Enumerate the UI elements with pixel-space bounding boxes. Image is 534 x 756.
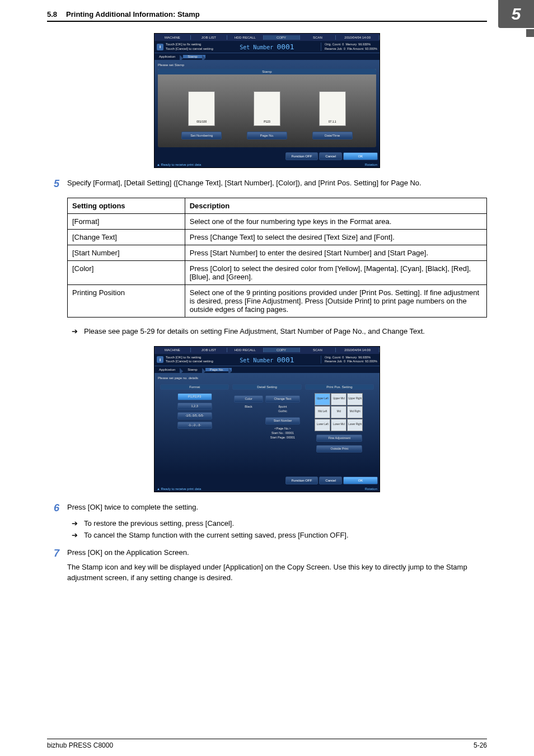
tab-copy[interactable]: COPY	[264, 35, 300, 40]
table-header-row: Setting options Description	[68, 198, 487, 214]
pos-lower-mid[interactable]: Lower Mid	[331, 419, 346, 431]
function-off-button[interactable]: Function OFF	[285, 152, 318, 160]
reserve-label: Reserve Job	[325, 47, 342, 50]
cancel-button[interactable]: Cancel	[319, 152, 342, 160]
setnum-label: Set Number	[240, 44, 273, 50]
step-6-sub2: To cancel the Stamp function with the cu…	[84, 530, 349, 541]
info-line1: Touch [OK] to fix setting	[166, 43, 213, 46]
info-icon: i	[157, 356, 163, 363]
file-value: 93.000%	[365, 47, 377, 50]
file-label: File Amount	[347, 47, 363, 50]
memory-value: 96.930%	[358, 43, 371, 46]
table-row: [Color]Press [Color] to select the desir…	[68, 261, 487, 285]
memory-label: Memory	[345, 43, 357, 46]
orig-count-label: Orig. Count	[325, 43, 340, 46]
status-text: ▲ Ready to receive print data	[157, 163, 201, 166]
arrow-icon: ➔	[72, 326, 84, 337]
tab-hddrecall[interactable]: HDD RECALL	[227, 348, 264, 352]
pos-lower-right[interactable]: Lower Right	[347, 419, 363, 431]
section-number: 5.8	[47, 10, 57, 18]
pageno-label: <Page No.>	[265, 427, 300, 430]
printpos-header: Print Pos. Setting	[305, 384, 374, 390]
tab-hddrecall[interactable]: HDD RECALL	[227, 35, 264, 40]
arrow-icon: ➔	[72, 530, 84, 541]
tab-machine[interactable]: MACHINE	[154, 35, 191, 40]
tab-joblist[interactable]: JOB LIST	[191, 35, 227, 40]
info-line2: Touch [Cancel] to cancel setting	[166, 47, 213, 51]
crumb-stamp[interactable]: Stamp	[183, 55, 205, 58]
cell-changetext: [Change Text]	[68, 230, 185, 245]
pos-mid[interactable]: Mid	[331, 406, 346, 418]
crumb-application[interactable]: Application	[154, 55, 183, 58]
note-fine-adjustment: Please see page 5-29 for details on sett…	[84, 326, 425, 337]
step-6-number: 6	[47, 502, 67, 514]
info-line1: Touch [OK] to fix setting	[166, 356, 213, 360]
crumb-stamp[interactable]: Stamp	[183, 368, 205, 371]
pageno-detail-screen: MACHINE JOB LIST HDD RECALL COPY SCAN 20…	[154, 346, 380, 492]
cell-changetext-desc: Press [Change Text] to select the desire…	[185, 230, 486, 245]
footer-page: 5-26	[474, 741, 487, 749]
step-6-sub1: To restore the previous setting, press […	[84, 519, 234, 529]
position-grid: Upper Left Upper Mid Upper Right Mid Lef…	[315, 393, 364, 431]
setnum-value: 0001	[277, 43, 294, 51]
pos-upper-mid[interactable]: Upper Mid	[331, 393, 346, 405]
step-7-para: The Stamp icon and key will be displayed…	[67, 562, 487, 584]
ok-button[interactable]: OK	[343, 477, 378, 484]
format-frac[interactable]: -1/5,-3/5,-5/5-	[177, 412, 212, 419]
outside-print-button[interactable]: Outside Print	[316, 445, 362, 452]
stamp-area-title: Stamp	[158, 69, 376, 74]
datetime: 2010/04/04 14:00	[336, 35, 380, 40]
pos-upper-left[interactable]: Upper Left	[315, 393, 330, 405]
tab-scan[interactable]: SCAN	[300, 35, 336, 40]
tab-machine[interactable]: MACHINE	[154, 348, 191, 352]
btn-setnumbering[interactable]: Set Numbering	[181, 132, 222, 139]
startno-value: 00001	[285, 431, 294, 435]
cell-color-desc: Press [Color] to select the desired colo…	[185, 261, 486, 285]
rotation-indicator: Rotation	[365, 163, 377, 166]
table-row: [Format]Select one of the four numbering…	[68, 214, 487, 230]
format-123[interactable]: 1,2,3	[177, 403, 212, 410]
tab-scan[interactable]: SCAN	[300, 348, 336, 352]
tab-copy[interactable]: COPY	[264, 348, 300, 352]
startno-label: Start No.:	[271, 431, 284, 435]
cell-printpos-desc: Select one of the 9 printing positions p…	[185, 285, 486, 318]
color-value: Black	[234, 405, 263, 408]
pos-mid-right[interactable]: Mid Right	[347, 406, 363, 418]
pos-mid-left[interactable]: Mid Left	[315, 406, 330, 418]
settings-table: Setting options Description [Format]Sele…	[67, 198, 487, 318]
ok-button[interactable]: OK	[343, 152, 378, 160]
function-off-button[interactable]: Function OFF	[285, 477, 318, 484]
table-row: [Change Text]Press [Change Text] to sele…	[68, 230, 487, 245]
orig-count-value: 0	[342, 43, 344, 46]
step-5-text: Specify [Format], [Detail Setting] ([Cha…	[67, 178, 487, 189]
btn-pageno[interactable]: Page No.	[247, 132, 287, 139]
cell-startnumber: [Start Number]	[68, 245, 185, 261]
info-icon: i	[157, 44, 163, 50]
thumb-datetime: 07.1.1	[319, 91, 346, 126]
crumb-pageno[interactable]: Page No.	[205, 368, 232, 371]
font-value: Gothic	[265, 409, 300, 413]
th-description: Description	[185, 198, 486, 214]
cancel-button[interactable]: Cancel	[319, 477, 342, 484]
thumb-setnumbering: 001/100	[188, 91, 215, 126]
crumb-application[interactable]: Application	[154, 368, 183, 371]
btn-datetime[interactable]: Date/Time	[312, 132, 353, 139]
side-stripe	[526, 29, 534, 37]
change-text-button[interactable]: Change Text	[265, 395, 300, 403]
fine-adjustment-button[interactable]: Fine Adjustment	[316, 435, 362, 442]
startpage-label: Start Page:	[270, 436, 286, 439]
pos-lower-left[interactable]: Lower Left	[315, 419, 330, 431]
tab-joblist[interactable]: JOB LIST	[191, 348, 227, 352]
start-number-button[interactable]: Start Number	[265, 417, 300, 424]
format-p1p2p3[interactable]: P1,P2,P3	[177, 393, 212, 400]
format-dash[interactable]: -1-,-2-,-3-	[177, 422, 212, 429]
table-row: Printing PositionSelect one of the 9 pri…	[68, 285, 487, 318]
arrow-icon: ➔	[72, 519, 84, 529]
footer-product: bizhub PRESS C8000	[47, 741, 113, 749]
header-rule	[47, 21, 487, 22]
cell-startnumber-desc: Press [Start Number] to enter the desire…	[185, 245, 486, 261]
detail-setting-header: Detail Setting	[232, 384, 301, 390]
color-button[interactable]: Color	[234, 395, 263, 403]
pos-upper-right[interactable]: Upper Right	[347, 393, 363, 405]
startpage-value: 00001	[287, 436, 295, 439]
